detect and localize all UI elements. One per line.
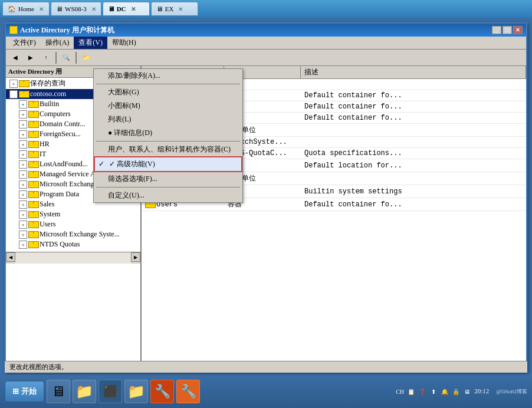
expand-msexch[interactable]: + — [19, 180, 27, 189]
titlebar-title: Active Directory 用户和计算机 — [9, 25, 114, 35]
expand-hr[interactable]: + — [19, 140, 27, 149]
expand-contoso[interactable]: - — [9, 90, 18, 98]
sys-tray: CH 📋 ❓ ⬆ 🔔 🔒 🖥 — [395, 387, 472, 396]
cell-desc — [301, 142, 526, 143]
toolbar-forward[interactable]: ▶ — [24, 51, 38, 64]
menu-view[interactable]: 查看(V) — [74, 37, 107, 49]
tab-ws083-close[interactable]: ✕ — [91, 6, 96, 12]
cell-desc: Default container fo... — [301, 102, 526, 111]
folder-managed-icon — [28, 170, 38, 178]
menu-add-remove-cols[interactable]: 添加/删除列(A)... — [94, 69, 242, 83]
tree-item-users[interactable]: + Users — [6, 219, 140, 229]
tab-dc[interactable]: 🖥 DC ✕ — [103, 2, 150, 16]
expand-msexchsys[interactable]: + — [19, 231, 27, 239]
expand-users[interactable]: + — [19, 221, 27, 229]
expand-it[interactable]: + — [19, 150, 27, 159]
close-button[interactable]: ✕ — [513, 26, 523, 34]
tray-icon-4: 🔔 — [440, 387, 449, 396]
maximize-button[interactable]: □ — [503, 26, 512, 34]
expand-domain[interactable]: + — [19, 120, 27, 129]
menu-sep1 — [96, 84, 240, 84]
cell-desc: Default container fo... — [301, 200, 526, 209]
taskbar-icon-4: 📁 — [127, 383, 145, 400]
toolbar-up[interactable]: ↑ — [39, 51, 53, 64]
toolbar-search[interactable]: 🔍 — [59, 51, 73, 64]
folder-saved-icon — [19, 80, 28, 87]
scroll-left[interactable]: ◀ — [6, 252, 15, 262]
taskbar-icon-1: 🖥 — [51, 383, 65, 400]
taskbar-btn-2[interactable]: 📁 — [73, 380, 96, 403]
cell-desc: Quota specifications... — [301, 149, 526, 158]
menu-filter[interactable]: 筛选器选项(F)... — [94, 172, 242, 186]
tab-ex-close[interactable]: ✕ — [178, 6, 183, 12]
tree-scrollbar[interactable]: ◀ ▶ — [6, 252, 140, 264]
tab-ws083[interactable]: 🖥 WS08-3 ✕ — [51, 2, 101, 16]
clock: 20:12 — [474, 387, 489, 396]
folder-progdata-icon — [28, 190, 38, 198]
tab-ex[interactable]: 🖥 EX ✕ — [151, 2, 198, 16]
tree-item-msexchsys[interactable]: + Microsoft Exchange Syste... — [6, 229, 140, 239]
tab-dc-close[interactable]: ✕ — [131, 6, 136, 12]
folder-domain-icon — [28, 120, 38, 128]
menu-help[interactable]: 帮助(H) — [107, 37, 141, 49]
tab-home-close[interactable]: ✕ — [39, 6, 44, 12]
menu-small-icons[interactable]: 小图标(M) — [94, 99, 242, 113]
expand-sales[interactable]: + — [19, 200, 27, 209]
menu-file[interactable]: 文件(F) — [8, 37, 41, 49]
expand-saved[interactable]: + — [9, 80, 18, 88]
taskbar-right: CH 📋 ❓ ⬆ 🔔 🔒 🖥 20:12 @5iSoft2博客 — [395, 387, 527, 396]
scroll-right[interactable]: ▶ — [131, 252, 140, 262]
toolbar: ◀ ▶ ↑ 🔍 📁 — [6, 50, 526, 66]
col-desc[interactable]: 描述 — [301, 66, 526, 78]
folder-contoso-icon — [19, 90, 28, 98]
expand-builtin[interactable]: + — [19, 100, 27, 108]
menu-detail[interactable]: ● 详细信息(D) — [94, 126, 242, 140]
folder-foreign-icon — [28, 130, 38, 138]
toolbar-back[interactable]: ◀ — [8, 51, 22, 64]
ex-icon: 🖥 — [156, 5, 163, 12]
expand-ntds[interactable]: + — [19, 241, 27, 249]
expand-computers[interactable]: + — [19, 110, 27, 119]
menu-customize[interactable]: 自定义(U)... — [94, 189, 242, 202]
windows-icon: ⊞ — [12, 387, 19, 396]
minimize-button[interactable]: _ — [492, 26, 501, 34]
tree-item-ntds[interactable]: + NTDS Quotas — [6, 239, 140, 249]
start-button[interactable]: ⊞ 开始 — [5, 381, 44, 402]
toolbar-sep1 — [55, 52, 57, 64]
ws083-icon: 🖥 — [56, 5, 63, 12]
tray-icon-6: 🖥 — [462, 387, 472, 396]
titlebar-controls: _ □ ✕ — [492, 26, 523, 34]
taskbar-btn-6[interactable]: 🔧 — [176, 380, 200, 403]
tray-ch: CH — [395, 387, 405, 396]
expand-progdata[interactable]: + — [19, 190, 27, 199]
menu-users-containers[interactable]: 用户、联系人、组和计算机作为容器(C) — [94, 143, 242, 156]
folder-builtin-icon — [28, 100, 38, 108]
folder-it-icon — [28, 150, 38, 158]
taskbar-btn-1[interactable]: 🖥 — [47, 380, 70, 403]
tab-home[interactable]: 🏠 Home ✕ — [2, 2, 50, 16]
menu-large-icons[interactable]: 大图标(G) — [94, 85, 242, 99]
cell-desc — [301, 178, 526, 179]
menu-advanced-features[interactable]: ✓ 高级功能(V) — [94, 156, 242, 172]
tree-item-system[interactable]: + System — [6, 209, 140, 219]
menu-list[interactable]: 列表(L) — [94, 113, 242, 126]
dc-icon: 🖥 — [108, 5, 114, 12]
taskbar-btn-3[interactable]: ⬛ — [98, 380, 122, 403]
expand-system[interactable]: + — [19, 210, 27, 219]
taskbar-btn-4[interactable]: 📁 — [124, 380, 148, 403]
cell-desc — [301, 84, 526, 85]
expand-lost[interactable]: + — [19, 160, 27, 169]
menu-bar: 文件(F) 操作(A) 查看(V) 帮助(H) — [6, 37, 526, 50]
toolbar-folder[interactable]: 📁 — [79, 51, 93, 64]
scroll-track[interactable] — [15, 252, 131, 264]
expand-foreign[interactable]: + — [19, 130, 27, 139]
bottom-taskbar: ⊞ 开始 🖥 📁 ⬛ 📁 🔧 🔧 CH 📋 ❓ ⬆ 🔔 🔒 🖥 20:12 — [0, 375, 532, 408]
main-window: Active Directory 用户和计算机 _ □ ✕ 文件(F) 操作(A… — [5, 22, 527, 373]
expand-managed[interactable]: + — [19, 170, 27, 179]
taskbar-btn-5[interactable]: 🔧 — [150, 380, 174, 403]
menu-action[interactable]: 操作(A) — [41, 37, 74, 49]
cell-desc: Default container fo... — [301, 91, 526, 100]
folder-computers-icon — [28, 110, 38, 118]
taskbar-icon-3: ⬛ — [103, 384, 118, 399]
tray-icon-3: ⬆ — [429, 387, 438, 396]
